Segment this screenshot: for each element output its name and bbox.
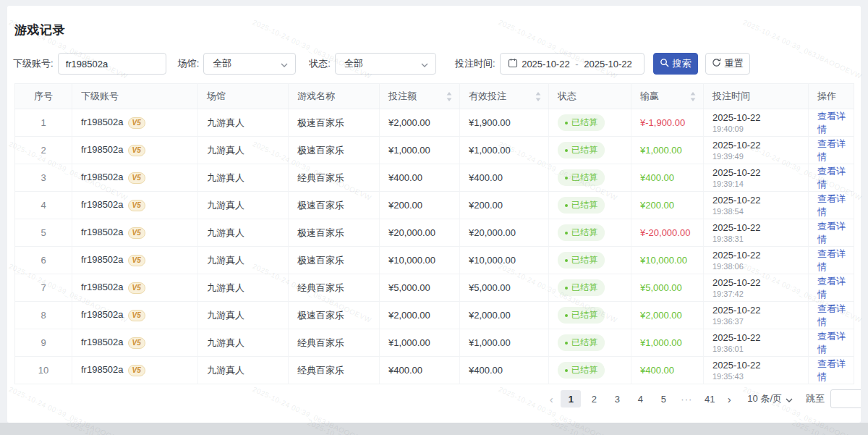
status-select[interactable]: 全部	[335, 53, 436, 75]
account-input[interactable]	[58, 53, 166, 75]
col-bet-time: 投注时间	[704, 84, 809, 109]
venue-select[interactable]: 全部	[203, 53, 296, 75]
winloss-cell: ¥2,000.00	[631, 302, 704, 329]
game-name-cell: 极速百家乐	[289, 219, 380, 247]
game-name-cell: 经典百家乐	[289, 329, 380, 357]
row-index: 1	[15, 109, 72, 137]
col-label: 场馆	[207, 90, 226, 103]
venue-cell: 九游真人	[198, 192, 289, 219]
row-index: 4	[15, 192, 72, 219]
venue-cell: 九游真人	[198, 329, 289, 357]
view-details-link[interactable]: 查看详情	[817, 303, 846, 327]
venue-cell: 九游真人	[198, 109, 289, 137]
page-button-41[interactable]: 41	[699, 390, 720, 407]
page-button-2[interactable]: 2	[584, 390, 604, 407]
bet-time: 19:39:49	[712, 152, 808, 161]
view-details-link[interactable]: 查看详情	[817, 111, 846, 135]
view-details-link[interactable]: 查看详情	[817, 193, 846, 217]
status-dot-icon	[565, 369, 568, 372]
search-button[interactable]: 搜索	[653, 53, 698, 75]
bet-amount-cell: ¥5,000.00	[380, 274, 460, 302]
bet-date: 2025-10-22	[712, 332, 808, 344]
valid-bet-cell: ¥1,000.00	[460, 137, 549, 164]
page-ellipsis: ···	[676, 390, 697, 407]
game-name-cell: 极速百家乐	[289, 192, 380, 219]
status-dot-icon	[565, 314, 568, 317]
col-label: 有效投注	[469, 90, 506, 103]
bet-date: 2025-10-22	[712, 360, 808, 371]
table-row: 2 fr198502aV5 九游真人 极速百家乐 ¥1,000.00 ¥1,00…	[15, 137, 854, 164]
col-status: 状态	[549, 84, 631, 109]
table-row: 9 fr198502aV5 九游真人 经典百家乐 ¥1,000.00 ¥1,00…	[15, 329, 854, 357]
table-row: 1 fr198502aV5 九游真人 极速百家乐 ¥2,000.00 ¥1,90…	[15, 109, 854, 137]
winloss-cell: ¥400.00	[631, 164, 704, 192]
valid-bet-cell: ¥200.00	[460, 192, 549, 219]
view-details-link[interactable]: 查看详情	[817, 276, 846, 300]
game-name-cell: 经典百家乐	[289, 357, 380, 384]
bet-amount-cell: ¥400.00	[380, 357, 460, 384]
page-size-select[interactable]: 10 条/页	[747, 392, 793, 405]
table-row: 10 fr198502aV5 九游真人 经典百家乐 ¥400.00 ¥400.0…	[15, 357, 854, 384]
status-badge: 已结算	[558, 279, 605, 296]
page-button-4[interactable]: 4	[630, 390, 650, 407]
row-index: 9	[15, 329, 72, 357]
venue-select-value: 全部	[213, 57, 231, 70]
status-label: 状态:	[309, 57, 331, 70]
game-name-cell: 极速百家乐	[289, 247, 380, 274]
view-details-link[interactable]: 查看详情	[817, 166, 846, 190]
view-details-link[interactable]: 查看详情	[817, 248, 846, 272]
prev-page-button[interactable]: ‹	[543, 390, 559, 407]
view-details-link[interactable]: 查看详情	[817, 358, 846, 382]
view-details-link[interactable]: 查看详情	[817, 138, 846, 162]
date-range-picker[interactable]: 2025-10-22 - 2025-10-22	[500, 53, 644, 75]
winloss-cell: ¥-1,900.00	[631, 109, 704, 137]
page-button-5[interactable]: 5	[653, 390, 673, 407]
sort-icon[interactable]	[446, 92, 452, 101]
table-row: 4 fr198502aV5 九游真人 极速百家乐 ¥200.00 ¥200.00…	[15, 192, 854, 219]
date-start: 2025-10-22	[518, 59, 574, 69]
status-badge: 已结算	[558, 252, 605, 269]
table-row: 8 fr198502aV5 九游真人 极速百家乐 ¥2,000.00 ¥2,00…	[15, 302, 854, 329]
winloss-cell: ¥10,000.00	[631, 247, 704, 274]
table-row: 3 fr198502aV5 九游真人 经典百家乐 ¥400.00 ¥400.00…	[15, 164, 854, 192]
row-index: 7	[15, 274, 72, 302]
sort-icon[interactable]	[535, 92, 541, 101]
vip-level-badge: V5	[128, 227, 145, 239]
bet-time: 19:37:42	[712, 290, 808, 299]
bet-amount-cell: ¥10,000.00	[380, 247, 460, 274]
col-win-loss: 输赢	[631, 84, 704, 109]
next-page-button[interactable]: ›	[721, 390, 737, 407]
venue-cell: 九游真人	[198, 274, 289, 302]
venue-cell: 九游真人	[198, 219, 289, 247]
status-badge: 已结算	[558, 142, 605, 159]
col-label: 输赢	[640, 90, 659, 103]
table-row: 6 fr198502aV5 九游真人 极速百家乐 ¥10,000.00 ¥10,…	[15, 247, 854, 274]
bet-time: 19:36:37	[712, 317, 808, 326]
jump-to-page-input[interactable]	[830, 389, 861, 408]
col-label: 状态	[558, 90, 576, 103]
game-name-cell: 极速百家乐	[289, 109, 380, 137]
page-button-1[interactable]: 1	[561, 390, 581, 407]
vip-level-badge: V5	[128, 172, 145, 184]
bet-amount-cell: ¥2,000.00	[380, 302, 460, 329]
row-index: 2	[15, 137, 72, 164]
sort-icon[interactable]	[690, 92, 696, 101]
row-index: 3	[15, 164, 72, 192]
venue-cell: 九游真人	[198, 302, 289, 329]
valid-bet-cell: ¥1,000.00	[460, 329, 549, 357]
bet-time: 19:38:54	[712, 207, 808, 216]
valid-bet-cell: ¥2,000.00	[460, 302, 549, 329]
account-name: fr198502a	[81, 227, 124, 237]
view-details-link[interactable]: 查看详情	[817, 331, 846, 355]
calendar-icon	[508, 58, 518, 70]
account-name: fr198502a	[81, 309, 124, 320]
row-index: 10	[15, 357, 72, 384]
page-button-3[interactable]: 3	[607, 390, 627, 407]
status-badge: 已结算	[558, 334, 605, 351]
view-details-link[interactable]: 查看详情	[817, 221, 846, 245]
vip-level-badge: V5	[128, 337, 145, 349]
status-dot-icon	[565, 122, 568, 124]
pagination: ‹ 12345···41 › 10 条/页 跳至	[543, 389, 861, 408]
reset-button[interactable]: 重置	[705, 53, 750, 75]
col-game-name: 游戏名称	[289, 84, 380, 109]
